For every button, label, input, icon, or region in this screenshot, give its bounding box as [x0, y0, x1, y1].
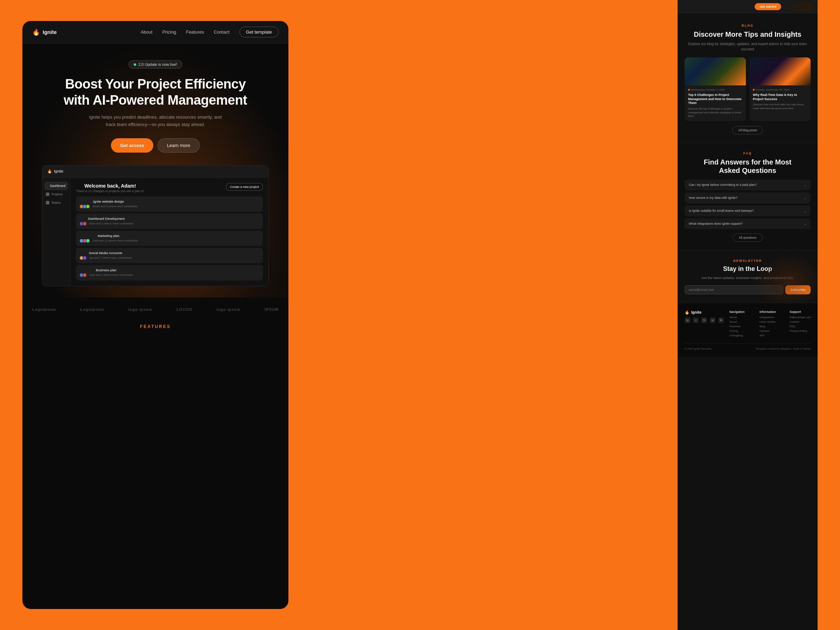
nav-features[interactable]: Features: [186, 29, 204, 35]
progress-circle-3: [249, 251, 259, 261]
faq-title: Find Answers for the Most Asked Question…: [685, 158, 811, 175]
features-label: FEATURES: [22, 319, 288, 335]
project-info: Marketing plan Josh and 11 others have c…: [79, 234, 137, 243]
faq-section: FAQ Find Answers for the Most Asked Ques…: [677, 143, 818, 250]
avatars: [79, 273, 86, 277]
newsletter-section: NEWSLETTER Stay in the Loop Get the late…: [677, 250, 818, 303]
progress-circle-4: [249, 268, 259, 278]
faq-tag: FAQ: [685, 152, 811, 155]
logo-1: Logoipsum: [80, 307, 104, 311]
table-row: Social Media Accounts Jan and 7 others h…: [76, 248, 263, 263]
blog-title: Discover More Tips and Insights: [685, 30, 811, 38]
get-template-button[interactable]: Get template: [239, 27, 279, 38]
avatars: [79, 256, 86, 260]
sidebar-item-projects[interactable]: Projects: [43, 190, 70, 199]
blog-card-1: Sunday, September 29, 2024 Why Real-Time…: [749, 57, 811, 121]
footer-brand: 🔥 Ignite ig x fb yt tk: [685, 310, 724, 338]
progress-circle-1: [249, 216, 259, 226]
project-info: Business plan Jack and 2 others have con…: [79, 268, 133, 277]
blog-date-0: Wednesday, October 9, 2024: [688, 88, 742, 92]
hero-image-strip: [784, 2, 812, 11]
blog-tag: BLOG: [685, 24, 811, 27]
blog-card-title-0: Top 5 Challenges in Project Management a…: [688, 93, 742, 105]
project-contributors: Jan and 7 others have contributed: [79, 256, 132, 260]
dash-main: Welcome back, Adam! There is 11 changes …: [70, 177, 268, 286]
dash-welcome-row: Welcome back, Adam! There is 11 changes …: [76, 183, 263, 193]
blog-card-excerpt-1: Discover how real-time data can help tea…: [753, 103, 807, 110]
get-started-button[interactable]: Get started: [755, 3, 781, 10]
logo-2: logo ipsum: [128, 307, 153, 311]
tiktok-icon[interactable]: tk: [718, 317, 724, 323]
avatars: [79, 239, 89, 243]
nav-links: About Pricing Features Contact: [141, 29, 230, 35]
brand-name: Ignite: [43, 29, 57, 35]
progress-circle-2: [249, 234, 259, 243]
all-posts-button[interactable]: All blog posts: [732, 126, 763, 134]
footer-nav-col: Navigation Home About Features Pricing C…: [729, 310, 754, 338]
sidebar-item-dashboard[interactable]: Dashboard: [44, 182, 68, 190]
nav-pricing[interactable]: Pricing: [163, 29, 177, 35]
hero-subtitle: Ignite helps you predict deadlines, allo…: [89, 114, 222, 128]
youtube-icon[interactable]: yt: [710, 317, 715, 323]
project-contributors: Elias and 2 others have contributed: [79, 221, 133, 226]
logo-4: logo ipsum: [216, 307, 240, 311]
avatars: [79, 221, 86, 226]
dash-brand: 🔥 Ignite: [47, 169, 63, 174]
right-top-card: Get started: [677, 0, 818, 13]
nav-contact[interactable]: Contact: [214, 29, 230, 35]
faq-list: Can I try Ignite before committing to a …: [685, 180, 811, 229]
dash-sidebar: Dashboard Projects Teams: [43, 177, 70, 286]
brand-icon: 🔥: [32, 28, 40, 36]
logo-0: Logoipsum: [32, 307, 56, 311]
navbar: 🔥 Ignite About Pricing Features Contact …: [22, 21, 288, 43]
project-name: Social Media Accounts: [79, 251, 132, 255]
footer-social: ig x fb yt tk: [685, 317, 724, 323]
project-list: Ignite website design Adam and 3 others …: [76, 196, 263, 280]
sidebar-item-teams[interactable]: Teams: [43, 199, 70, 207]
avatars: [79, 204, 89, 208]
project-name: Business plan: [79, 268, 133, 272]
get-access-button[interactable]: Get access: [111, 138, 153, 153]
update-dot: [134, 63, 136, 66]
faq-item-1[interactable]: How secure is my data with Ignite? ⌄: [685, 193, 811, 203]
new-project-button[interactable]: Create a new project: [226, 183, 263, 191]
blog-date-dot-1: [753, 89, 755, 91]
instagram-icon[interactable]: ig: [685, 317, 690, 323]
dashboard-preview: 🔥 Ignite Dashboard Projects: [42, 165, 269, 286]
badge-text: 2.0 Update is now live!: [138, 62, 177, 66]
logos-section: Logoipsum Logoipsum logo ipsum LOCOO log…: [22, 297, 288, 319]
footer-top: 🔥 Ignite ig x fb yt tk Navigation Home A…: [685, 310, 811, 338]
blog-card-image-0: [685, 57, 746, 85]
dash-welcome-text: Welcome back, Adam!: [76, 183, 145, 189]
learn-more-button[interactable]: Learn more: [158, 138, 199, 153]
logo-5: IPSUM: [265, 307, 279, 311]
blog-description: Explore our blog for strategies, updates…: [685, 41, 811, 52]
project-name: Dashboard Development: [79, 217, 133, 221]
table-row: Business plan Jack and 2 others have con…: [76, 265, 263, 280]
dash-welcome-info: Welcome back, Adam! There is 11 changes …: [76, 183, 145, 193]
table-row: Ignite website design Adam and 3 others …: [76, 196, 263, 212]
blog-date-dot: [688, 89, 690, 91]
hero-title: Boost Your Project Efficiency with AI-Po…: [32, 76, 279, 108]
brand: 🔥 Ignite: [32, 28, 57, 36]
x-icon[interactable]: x: [693, 317, 699, 323]
nav-about[interactable]: About: [141, 29, 153, 35]
chevron-down-icon: ⌄: [804, 183, 807, 187]
faq-item-3[interactable]: What integrations does Ignite support? ⌄: [685, 218, 811, 229]
project-contributors: Josh and 11 others have contributed: [79, 239, 137, 243]
project-info: Social Media Accounts Jan and 7 others h…: [79, 251, 132, 260]
faq-item-0[interactable]: Can I try Ignite before committing to a …: [685, 180, 811, 190]
faq-item-2[interactable]: Is Ignite suitable for small teams and s…: [685, 205, 811, 216]
dash-subtitle-text: There is 11 changes in projects you are …: [76, 189, 145, 193]
update-badge: 2.0 Update is now live!: [128, 60, 182, 69]
blog-section: BLOG Discover More Tips and Insights Exp…: [677, 14, 818, 143]
footer-copyright: © 2024 Ignite Template: [685, 347, 712, 351]
blog-card-0: Wednesday, October 9, 2024 Top 5 Challen…: [685, 57, 746, 121]
teams-icon: [46, 201, 49, 204]
facebook-icon[interactable]: fb: [701, 317, 707, 323]
left-panel: 🔥 Ignite About Pricing Features Contact …: [22, 21, 288, 609]
hero-section: 2.0 Update is now live! Boost Your Proje…: [22, 43, 288, 297]
footer-support-col: Support hi@example.com Contact FAQ Priva…: [789, 310, 814, 338]
all-questions-button[interactable]: All questions: [733, 234, 762, 242]
footer-credit: Template created by Sebadorn · Built in …: [756, 347, 811, 351]
